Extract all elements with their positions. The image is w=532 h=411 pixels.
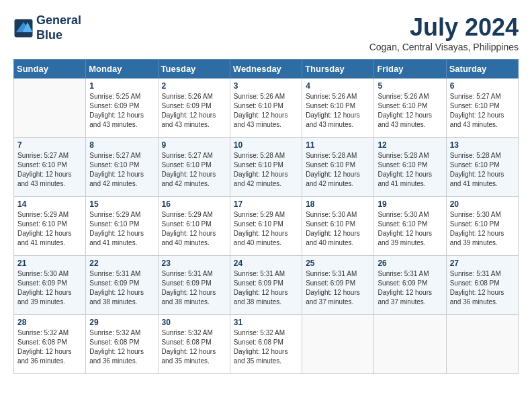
logo-line2: Blue: [36, 28, 62, 42]
calendar-cell: [14, 79, 86, 138]
cell-info: Sunrise: 5:27 AMSunset: 6:10 PMDaylight:…: [162, 151, 226, 189]
cell-info: Sunrise: 5:26 AMSunset: 6:10 PMDaylight:…: [234, 92, 298, 130]
day-number: 14: [17, 199, 82, 209]
calendar-cell: 25Sunrise: 5:31 AMSunset: 6:09 PMDayligh…: [302, 256, 374, 315]
cell-info: Sunrise: 5:32 AMSunset: 6:08 PMDaylight:…: [89, 328, 154, 366]
calendar-cell: 28Sunrise: 5:32 AMSunset: 6:08 PMDayligh…: [14, 315, 86, 374]
column-header-monday: Monday: [86, 60, 158, 79]
calendar-cell: 10Sunrise: 5:28 AMSunset: 6:10 PMDayligh…: [230, 138, 302, 197]
cell-info: Sunrise: 5:26 AMSunset: 6:09 PMDaylight:…: [162, 92, 226, 130]
calendar-cell: 6Sunrise: 5:27 AMSunset: 6:10 PMDaylight…: [446, 79, 518, 138]
calendar-cell: 21Sunrise: 5:30 AMSunset: 6:09 PMDayligh…: [14, 256, 86, 315]
calendar-cell: 11Sunrise: 5:28 AMSunset: 6:10 PMDayligh…: [302, 138, 374, 197]
cell-info: Sunrise: 5:30 AMSunset: 6:10 PMDaylight:…: [306, 210, 370, 248]
logo-text: General Blue: [36, 13, 81, 42]
day-number: 16: [162, 199, 226, 209]
day-number: 11: [306, 140, 370, 150]
day-number: 30: [162, 318, 226, 327]
day-number: 2: [162, 81, 226, 91]
cell-info: Sunrise: 5:29 AMSunset: 6:10 PMDaylight:…: [162, 210, 226, 248]
calendar-header-row: SundayMondayTuesdayWednesdayThursdayFrid…: [14, 60, 519, 79]
cell-info: Sunrise: 5:32 AMSunset: 6:08 PMDaylight:…: [234, 328, 298, 366]
day-number: 20: [450, 199, 515, 209]
calendar-cell: 15Sunrise: 5:29 AMSunset: 6:10 PMDayligh…: [86, 197, 158, 256]
cell-info: Sunrise: 5:27 AMSunset: 6:10 PMDaylight:…: [89, 151, 154, 189]
cell-info: Sunrise: 5:31 AMSunset: 6:09 PMDaylight:…: [378, 269, 442, 307]
calendar-cell: 20Sunrise: 5:30 AMSunset: 6:10 PMDayligh…: [446, 197, 518, 256]
calendar-cell: 1Sunrise: 5:25 AMSunset: 6:09 PMDaylight…: [86, 79, 158, 138]
cell-info: Sunrise: 5:29 AMSunset: 6:10 PMDaylight:…: [17, 210, 82, 248]
logo: General Blue: [13, 13, 81, 42]
logo-icon: [13, 18, 34, 38]
day-number: 9: [162, 140, 226, 150]
cell-info: Sunrise: 5:30 AMSunset: 6:10 PMDaylight:…: [378, 210, 442, 248]
calendar-cell: 5Sunrise: 5:26 AMSunset: 6:10 PMDaylight…: [374, 79, 446, 138]
calendar-week-row: 1Sunrise: 5:25 AMSunset: 6:09 PMDaylight…: [14, 79, 519, 138]
day-number: 23: [162, 259, 226, 268]
calendar-cell: 9Sunrise: 5:27 AMSunset: 6:10 PMDaylight…: [158, 138, 230, 197]
calendar-cell: 7Sunrise: 5:27 AMSunset: 6:10 PMDaylight…: [14, 138, 86, 197]
day-number: 10: [234, 140, 298, 150]
cell-info: Sunrise: 5:31 AMSunset: 6:09 PMDaylight:…: [306, 269, 370, 307]
day-number: 13: [450, 140, 515, 150]
cell-info: Sunrise: 5:28 AMSunset: 6:10 PMDaylight:…: [234, 151, 298, 189]
column-header-friday: Friday: [374, 60, 446, 79]
calendar-cell: 13Sunrise: 5:28 AMSunset: 6:10 PMDayligh…: [446, 138, 518, 197]
calendar-week-row: 21Sunrise: 5:30 AMSunset: 6:09 PMDayligh…: [14, 256, 519, 315]
cell-info: Sunrise: 5:32 AMSunset: 6:08 PMDaylight:…: [162, 328, 226, 366]
day-number: 27: [450, 259, 515, 268]
day-number: 12: [378, 140, 442, 150]
calendar-cell: 19Sunrise: 5:30 AMSunset: 6:10 PMDayligh…: [374, 197, 446, 256]
cell-info: Sunrise: 5:25 AMSunset: 6:09 PMDaylight:…: [89, 92, 154, 130]
column-header-saturday: Saturday: [446, 60, 518, 79]
day-number: 25: [306, 259, 370, 268]
day-number: 8: [89, 140, 154, 150]
day-number: 1: [89, 81, 154, 91]
cell-info: Sunrise: 5:26 AMSunset: 6:10 PMDaylight:…: [306, 92, 370, 130]
calendar-cell: 27Sunrise: 5:31 AMSunset: 6:08 PMDayligh…: [446, 256, 518, 315]
calendar-week-row: 14Sunrise: 5:29 AMSunset: 6:10 PMDayligh…: [14, 197, 519, 256]
calendar-cell: 2Sunrise: 5:26 AMSunset: 6:09 PMDaylight…: [158, 79, 230, 138]
calendar-cell: 18Sunrise: 5:30 AMSunset: 6:10 PMDayligh…: [302, 197, 374, 256]
calendar-cell: 4Sunrise: 5:26 AMSunset: 6:10 PMDaylight…: [302, 79, 374, 138]
page-header: General Blue July 2024 Cogan, Central Vi…: [13, 13, 519, 52]
location-subtitle: Cogan, Central Visayas, Philippines: [369, 42, 519, 52]
column-header-sunday: Sunday: [14, 60, 86, 79]
day-number: 29: [89, 318, 154, 327]
cell-info: Sunrise: 5:29 AMSunset: 6:10 PMDaylight:…: [89, 210, 154, 248]
day-number: 6: [450, 81, 515, 91]
calendar-cell: 3Sunrise: 5:26 AMSunset: 6:10 PMDaylight…: [230, 79, 302, 138]
cell-info: Sunrise: 5:31 AMSunset: 6:09 PMDaylight:…: [234, 269, 298, 307]
day-number: 18: [306, 199, 370, 209]
day-number: 24: [234, 259, 298, 268]
title-section: July 2024 Cogan, Central Visayas, Philip…: [369, 13, 519, 52]
cell-info: Sunrise: 5:31 AMSunset: 6:09 PMDaylight:…: [89, 269, 154, 307]
day-number: 4: [306, 81, 370, 91]
calendar-cell: [302, 315, 374, 374]
calendar-cell: [446, 315, 518, 374]
day-number: 31: [234, 318, 298, 327]
cell-info: Sunrise: 5:32 AMSunset: 6:08 PMDaylight:…: [17, 328, 82, 366]
cell-info: Sunrise: 5:30 AMSunset: 6:09 PMDaylight:…: [17, 269, 82, 307]
day-number: 26: [378, 259, 442, 268]
column-header-tuesday: Tuesday: [158, 60, 230, 79]
calendar-cell: 26Sunrise: 5:31 AMSunset: 6:09 PMDayligh…: [374, 256, 446, 315]
calendar-cell: 24Sunrise: 5:31 AMSunset: 6:09 PMDayligh…: [230, 256, 302, 315]
calendar-cell: [374, 315, 446, 374]
calendar-cell: 12Sunrise: 5:28 AMSunset: 6:10 PMDayligh…: [374, 138, 446, 197]
cell-info: Sunrise: 5:28 AMSunset: 6:10 PMDaylight:…: [450, 151, 515, 189]
cell-info: Sunrise: 5:28 AMSunset: 6:10 PMDaylight:…: [306, 151, 370, 189]
cell-info: Sunrise: 5:31 AMSunset: 6:08 PMDaylight:…: [450, 269, 515, 307]
calendar-table: SundayMondayTuesdayWednesdayThursdayFrid…: [13, 59, 519, 374]
day-number: 22: [89, 259, 154, 268]
calendar-cell: 29Sunrise: 5:32 AMSunset: 6:08 PMDayligh…: [86, 315, 158, 374]
month-year-title: July 2024: [369, 13, 519, 42]
day-number: 21: [17, 259, 82, 268]
calendar-week-row: 28Sunrise: 5:32 AMSunset: 6:08 PMDayligh…: [14, 315, 519, 374]
cell-info: Sunrise: 5:31 AMSunset: 6:09 PMDaylight:…: [162, 269, 226, 307]
calendar-cell: 23Sunrise: 5:31 AMSunset: 6:09 PMDayligh…: [158, 256, 230, 315]
calendar-cell: 22Sunrise: 5:31 AMSunset: 6:09 PMDayligh…: [86, 256, 158, 315]
cell-info: Sunrise: 5:29 AMSunset: 6:10 PMDaylight:…: [234, 210, 298, 248]
cell-info: Sunrise: 5:28 AMSunset: 6:10 PMDaylight:…: [378, 151, 442, 189]
calendar-cell: 31Sunrise: 5:32 AMSunset: 6:08 PMDayligh…: [230, 315, 302, 374]
